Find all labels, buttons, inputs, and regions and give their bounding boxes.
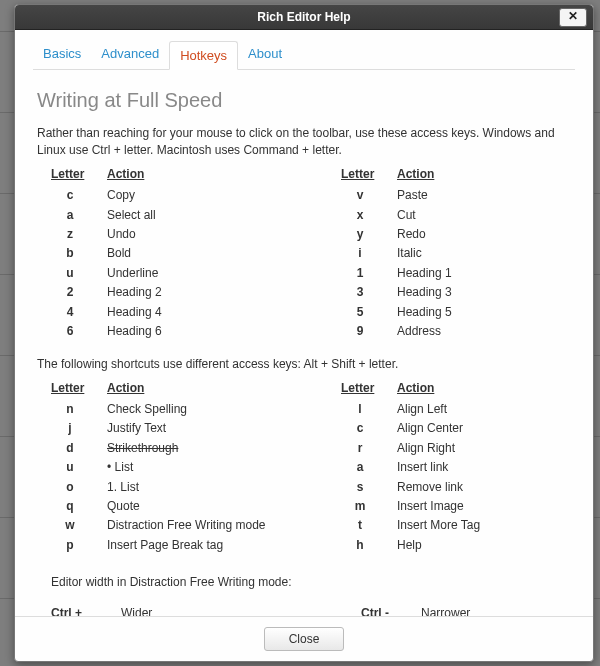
hotkey-letter: a: [341, 459, 379, 476]
hotkey-action: • List: [107, 459, 133, 476]
hotkey-letter: 4: [51, 304, 89, 321]
hotkey-letter: n: [51, 401, 89, 418]
hotkey-action: Heading 2: [107, 284, 162, 301]
hotkey-action: Align Left: [397, 401, 447, 418]
help-dialog: Rich Editor Help ✕ Basics Advanced Hotke…: [14, 4, 594, 662]
width-mode-label: Editor width in Distraction Free Writing…: [51, 574, 571, 591]
hotkey-letter: u: [51, 265, 89, 282]
hotkey-letter: j: [51, 420, 89, 437]
hotkey-letter: 5: [341, 304, 379, 321]
hotkey-action: Select all: [107, 207, 156, 224]
hotkey-row: 3Heading 3: [341, 284, 541, 301]
tab-bar: Basics Advanced Hotkeys About: [15, 30, 593, 69]
tab-about[interactable]: About: [238, 40, 292, 69]
hotkey-letter: o: [51, 479, 89, 496]
hotkey-letter: i: [341, 245, 379, 262]
hotkey-row: u• List: [51, 459, 301, 476]
hotkey-row: cCopy: [51, 187, 301, 204]
hotkey-letter: 2: [51, 284, 89, 301]
hotkey-action: Quote: [107, 498, 140, 515]
hotkey-letter: w: [51, 517, 89, 534]
hotkey-row: nCheck Spelling: [51, 401, 301, 418]
hotkey-action: Italic: [397, 245, 422, 262]
hotkey-row: iItalic: [341, 245, 541, 262]
hotkey-action: Align Right: [397, 440, 455, 457]
hotkey-action: Check Spelling: [107, 401, 187, 418]
hotkey-action: Strikethrough: [107, 440, 178, 457]
hotkey-row: vPaste: [341, 187, 541, 204]
hotkey-action: Paste: [397, 187, 428, 204]
hotkey-action: Insert Page Break tag: [107, 537, 223, 554]
hotkey-letter: 3: [341, 284, 379, 301]
hotkey-action: Heading 4: [107, 304, 162, 321]
hotkey-row: hHelp: [341, 537, 541, 554]
hotkey-letter: z: [51, 226, 89, 243]
dialog-titlebar: Rich Editor Help ✕: [15, 5, 593, 30]
hotkey-action: Heading 1: [397, 265, 452, 282]
hotkey-action: Justify Text: [107, 420, 166, 437]
hotkey-letter: b: [51, 245, 89, 262]
hotkey-action: Heading 6: [107, 323, 162, 340]
alt-shift-note: The following shortcuts use different ac…: [37, 356, 571, 373]
close-button[interactable]: Close: [264, 627, 344, 651]
hotkey-action: Insert Image: [397, 498, 464, 515]
hotkey-action: Align Center: [397, 420, 463, 437]
hotkey-letter: x: [341, 207, 379, 224]
hotkey-row: lAlign Left: [341, 401, 541, 418]
hotkey-action: Copy: [107, 187, 135, 204]
dialog-title: Rich Editor Help: [257, 10, 350, 24]
hotkey-action: Cut: [397, 207, 416, 224]
close-icon[interactable]: ✕: [559, 8, 587, 27]
hotkey-row: yRedo: [341, 226, 541, 243]
hotkey-letter: t: [341, 517, 379, 534]
hotkey-letter: d: [51, 440, 89, 457]
hotkey-letter: a: [51, 207, 89, 224]
hotkey-letter: q: [51, 498, 89, 515]
hotkey-row: dStrikethrough: [51, 440, 301, 457]
intro-text: Rather than reaching for your mouse to c…: [37, 125, 571, 160]
hotkey-row: aInsert link: [341, 459, 541, 476]
hotkey-action: 1. List: [107, 479, 139, 496]
hotkey-action: Address: [397, 323, 441, 340]
hotkey-action: Underline: [107, 265, 158, 282]
tab-hotkeys[interactable]: Hotkeys: [169, 41, 238, 70]
hotkey-action: Remove link: [397, 479, 463, 496]
hotkey-row: qQuote: [51, 498, 301, 515]
hotkey-row: sRemove link: [341, 479, 541, 496]
hotkey-row: zUndo: [51, 226, 301, 243]
hotkey-row: pInsert Page Break tag: [51, 537, 301, 554]
width-key: Ctrl +: [51, 605, 121, 616]
hotkey-action: Distraction Free Writing mode: [107, 517, 266, 534]
hotkey-action: Bold: [107, 245, 131, 262]
hotkey-letter: u: [51, 459, 89, 476]
dialog-footer: Close: [15, 616, 593, 661]
width-value: Wider: [121, 605, 361, 616]
tab-basics[interactable]: Basics: [33, 40, 91, 69]
hotkey-letter: m: [341, 498, 379, 515]
hotkey-letter: l: [341, 401, 379, 418]
hotkey-row: uUnderline: [51, 265, 301, 282]
tab-content: Writing at Full Speed Rather than reachi…: [15, 70, 593, 616]
hotkey-action: Help: [397, 537, 422, 554]
hotkey-letter: r: [341, 440, 379, 457]
tab-advanced[interactable]: Advanced: [91, 40, 169, 69]
hotkey-row: 1Heading 1: [341, 265, 541, 282]
hotkey-letter: p: [51, 537, 89, 554]
hotkey-row: 5Heading 5: [341, 304, 541, 321]
hotkey-row: o1. List: [51, 479, 301, 496]
hotkey-letter: v: [341, 187, 379, 204]
hotkey-row: 6Heading 6: [51, 323, 301, 340]
hotkey-letter: c: [51, 187, 89, 204]
hotkey-row: mInsert Image: [341, 498, 541, 515]
hotkey-row: xCut: [341, 207, 541, 224]
hotkey-row: jJustify Text: [51, 420, 301, 437]
hotkey-action: Insert link: [397, 459, 448, 476]
hotkey-row: rAlign Right: [341, 440, 541, 457]
hotkey-letter: 1: [341, 265, 379, 282]
hotkey-action: Insert More Tag: [397, 517, 480, 534]
hotkey-row: bBold: [51, 245, 301, 262]
hotkey-row: cAlign Center: [341, 420, 541, 437]
width-row: Ctrl +WiderCtrl -Narrower: [51, 605, 571, 616]
hotkey-action: Redo: [397, 226, 426, 243]
hotkey-row: wDistraction Free Writing mode: [51, 517, 301, 534]
